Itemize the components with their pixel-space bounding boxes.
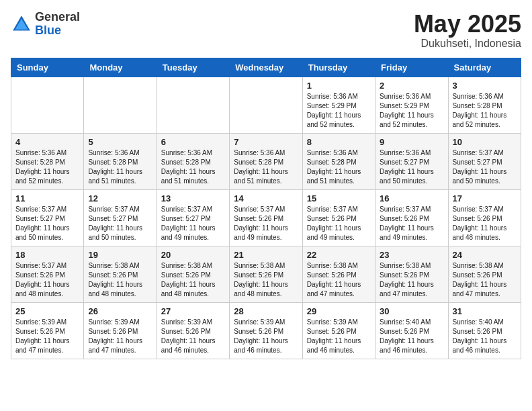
- day-info: Sunrise: 5:38 AM Sunset: 5:26 PM Dayligh…: [307, 261, 371, 299]
- month-title: May 2025: [414, 11, 521, 38]
- day-number: 7: [234, 137, 298, 147]
- calendar-cell: [84, 77, 157, 133]
- day-info: Sunrise: 5:37 AM Sunset: 5:26 PM Dayligh…: [453, 205, 517, 242]
- day-info: Sunrise: 5:36 AM Sunset: 5:29 PM Dayligh…: [307, 92, 371, 130]
- day-info: Sunrise: 5:37 AM Sunset: 5:26 PM Dayligh…: [380, 205, 443, 242]
- day-number: 28: [234, 306, 298, 316]
- day-info: Sunrise: 5:38 AM Sunset: 5:26 PM Dayligh…: [88, 261, 152, 299]
- title-area: May 2025 Dukuhseti, Indonesia: [414, 11, 521, 50]
- day-info: Sunrise: 5:36 AM Sunset: 5:28 PM Dayligh…: [15, 148, 79, 186]
- day-number: 8: [307, 137, 371, 147]
- day-number: 27: [161, 306, 225, 316]
- weekday-header-sunday: Sunday: [11, 58, 84, 77]
- weekday-header-saturday: Saturday: [448, 58, 521, 77]
- calendar-cell: 27Sunrise: 5:39 AM Sunset: 5:26 PM Dayli…: [157, 302, 229, 359]
- day-number: 31: [453, 306, 517, 316]
- day-info: Sunrise: 5:39 AM Sunset: 5:26 PM Dayligh…: [15, 318, 79, 355]
- calendar-cell: 25Sunrise: 5:39 AM Sunset: 5:26 PM Dayli…: [11, 302, 84, 359]
- day-number: 1: [307, 81, 371, 91]
- calendar-cell: 23Sunrise: 5:38 AM Sunset: 5:26 PM Dayli…: [375, 246, 448, 302]
- calendar-cell: 24Sunrise: 5:38 AM Sunset: 5:26 PM Dayli…: [448, 246, 521, 302]
- day-info: Sunrise: 5:40 AM Sunset: 5:26 PM Dayligh…: [453, 318, 517, 355]
- calendar-cell: 19Sunrise: 5:38 AM Sunset: 5:26 PM Dayli…: [84, 246, 157, 302]
- calendar-cell: 20Sunrise: 5:38 AM Sunset: 5:26 PM Dayli…: [157, 246, 229, 302]
- day-number: 9: [380, 137, 443, 147]
- calendar-cell: 12Sunrise: 5:37 AM Sunset: 5:27 PM Dayli…: [84, 189, 157, 246]
- logo-blue: Blue: [35, 24, 80, 38]
- day-number: 11: [15, 193, 79, 203]
- calendar-cell: 3Sunrise: 5:36 AM Sunset: 5:28 PM Daylig…: [448, 77, 521, 133]
- weekday-header-friday: Friday: [375, 58, 448, 77]
- day-info: Sunrise: 5:36 AM Sunset: 5:28 PM Dayligh…: [88, 148, 152, 186]
- calendar-cell: [11, 77, 84, 133]
- weekday-header-row: SundayMondayTuesdayWednesdayThursdayFrid…: [11, 58, 521, 77]
- weekday-header-tuesday: Tuesday: [157, 58, 229, 77]
- day-number: 19: [88, 250, 152, 260]
- day-number: 13: [161, 193, 225, 203]
- day-number: 5: [88, 137, 152, 147]
- calendar-cell: [230, 77, 302, 133]
- calendar-row-4: 18Sunrise: 5:37 AM Sunset: 5:26 PM Dayli…: [11, 246, 521, 302]
- calendar-row-5: 25Sunrise: 5:39 AM Sunset: 5:26 PM Dayli…: [11, 302, 521, 359]
- calendar-cell: 2Sunrise: 5:36 AM Sunset: 5:29 PM Daylig…: [375, 77, 448, 133]
- day-info: Sunrise: 5:37 AM Sunset: 5:26 PM Dayligh…: [307, 205, 371, 242]
- day-info: Sunrise: 5:36 AM Sunset: 5:28 PM Dayligh…: [453, 92, 517, 130]
- day-info: Sunrise: 5:37 AM Sunset: 5:27 PM Dayligh…: [88, 205, 152, 242]
- day-info: Sunrise: 5:39 AM Sunset: 5:26 PM Dayligh…: [88, 318, 152, 355]
- calendar-cell: 1Sunrise: 5:36 AM Sunset: 5:29 PM Daylig…: [302, 77, 375, 133]
- calendar-cell: [157, 77, 229, 133]
- calendar-cell: 4Sunrise: 5:36 AM Sunset: 5:28 PM Daylig…: [11, 133, 84, 189]
- day-info: Sunrise: 5:37 AM Sunset: 5:27 PM Dayligh…: [453, 148, 517, 186]
- calendar-cell: 22Sunrise: 5:38 AM Sunset: 5:26 PM Dayli…: [302, 246, 375, 302]
- day-number: 24: [453, 250, 517, 260]
- day-number: 21: [234, 250, 298, 260]
- day-info: Sunrise: 5:37 AM Sunset: 5:26 PM Dayligh…: [234, 205, 298, 242]
- day-number: 23: [380, 250, 443, 260]
- calendar-table: SundayMondayTuesdayWednesdayThursdayFrid…: [11, 58, 521, 359]
- weekday-header-thursday: Thursday: [302, 58, 375, 77]
- calendar-cell: 16Sunrise: 5:37 AM Sunset: 5:26 PM Dayli…: [375, 189, 448, 246]
- day-info: Sunrise: 5:39 AM Sunset: 5:26 PM Dayligh…: [307, 318, 371, 355]
- calendar-cell: 28Sunrise: 5:39 AM Sunset: 5:26 PM Dayli…: [230, 302, 302, 359]
- day-number: 17: [453, 193, 517, 203]
- calendar-cell: 29Sunrise: 5:39 AM Sunset: 5:26 PM Dayli…: [302, 302, 375, 359]
- calendar-cell: 11Sunrise: 5:37 AM Sunset: 5:27 PM Dayli…: [11, 189, 84, 246]
- day-number: 12: [88, 193, 152, 203]
- day-info: Sunrise: 5:38 AM Sunset: 5:26 PM Dayligh…: [234, 261, 298, 299]
- calendar-cell: 13Sunrise: 5:37 AM Sunset: 5:27 PM Dayli…: [157, 189, 229, 246]
- day-number: 26: [88, 306, 152, 316]
- day-number: 18: [15, 250, 79, 260]
- calendar-cell: 7Sunrise: 5:36 AM Sunset: 5:28 PM Daylig…: [230, 133, 302, 189]
- day-number: 4: [15, 137, 79, 147]
- day-info: Sunrise: 5:37 AM Sunset: 5:27 PM Dayligh…: [161, 205, 225, 242]
- day-number: 30: [380, 306, 443, 316]
- location-title: Dukuhseti, Indonesia: [414, 38, 521, 50]
- calendar-row-2: 4Sunrise: 5:36 AM Sunset: 5:28 PM Daylig…: [11, 133, 521, 189]
- day-info: Sunrise: 5:39 AM Sunset: 5:26 PM Dayligh…: [161, 318, 225, 355]
- calendar-cell: 14Sunrise: 5:37 AM Sunset: 5:26 PM Dayli…: [230, 189, 302, 246]
- day-number: 29: [307, 306, 371, 316]
- calendar-row-3: 11Sunrise: 5:37 AM Sunset: 5:27 PM Dayli…: [11, 189, 521, 246]
- day-info: Sunrise: 5:38 AM Sunset: 5:26 PM Dayligh…: [380, 261, 443, 299]
- calendar-cell: 17Sunrise: 5:37 AM Sunset: 5:26 PM Dayli…: [448, 189, 521, 246]
- calendar-row-1: 1Sunrise: 5:36 AM Sunset: 5:29 PM Daylig…: [11, 77, 521, 133]
- calendar-cell: 10Sunrise: 5:37 AM Sunset: 5:27 PM Dayli…: [448, 133, 521, 189]
- day-info: Sunrise: 5:37 AM Sunset: 5:27 PM Dayligh…: [15, 205, 79, 242]
- day-number: 22: [307, 250, 371, 260]
- calendar-cell: 26Sunrise: 5:39 AM Sunset: 5:26 PM Dayli…: [84, 302, 157, 359]
- calendar-cell: 8Sunrise: 5:36 AM Sunset: 5:28 PM Daylig…: [302, 133, 375, 189]
- logo-text: General Blue: [35, 11, 80, 38]
- day-number: 3: [453, 81, 517, 91]
- calendar-cell: 9Sunrise: 5:36 AM Sunset: 5:27 PM Daylig…: [375, 133, 448, 189]
- calendar-cell: 18Sunrise: 5:37 AM Sunset: 5:26 PM Dayli…: [11, 246, 84, 302]
- day-info: Sunrise: 5:40 AM Sunset: 5:26 PM Dayligh…: [380, 318, 443, 355]
- logo-icon: [11, 13, 32, 35]
- logo: General Blue: [11, 11, 80, 38]
- day-info: Sunrise: 5:36 AM Sunset: 5:28 PM Dayligh…: [234, 148, 298, 186]
- day-number: 25: [15, 306, 79, 316]
- day-number: 15: [307, 193, 371, 203]
- day-info: Sunrise: 5:38 AM Sunset: 5:26 PM Dayligh…: [161, 261, 225, 299]
- day-info: Sunrise: 5:36 AM Sunset: 5:28 PM Dayligh…: [161, 148, 225, 186]
- page-header: General Blue May 2025 Dukuhseti, Indones…: [11, 11, 521, 50]
- calendar-cell: 6Sunrise: 5:36 AM Sunset: 5:28 PM Daylig…: [157, 133, 229, 189]
